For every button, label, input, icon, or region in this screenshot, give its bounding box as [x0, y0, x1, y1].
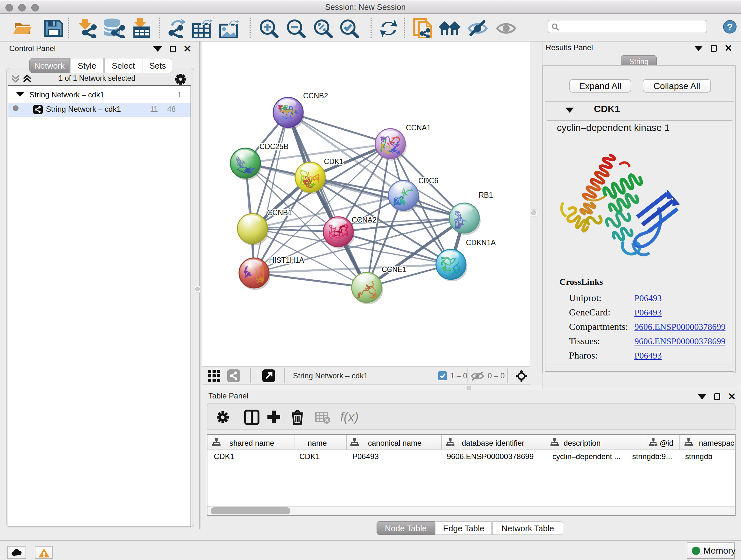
- svg-text:RB1: RB1: [479, 191, 493, 199]
- svg-text:CDK1: CDK1: [324, 158, 343, 166]
- svg-text:CDC6: CDC6: [418, 177, 439, 185]
- svg-text:CDKN1A: CDKN1A: [466, 239, 496, 247]
- svg-text:CCNB1: CCNB1: [267, 208, 292, 217]
- svg-text:f(x): f(x): [340, 410, 359, 424]
- svg-text:CCNA1: CCNA1: [406, 124, 431, 132]
- svg-text:CCNB2: CCNB2: [303, 91, 328, 100]
- svg-text:HIST1H1A: HIST1H1A: [269, 256, 305, 264]
- svg-text:CCNA2: CCNA2: [352, 216, 377, 224]
- svg-text:CCNE1: CCNE1: [382, 265, 407, 273]
- svg-text:CDC25B: CDC25B: [259, 142, 288, 151]
